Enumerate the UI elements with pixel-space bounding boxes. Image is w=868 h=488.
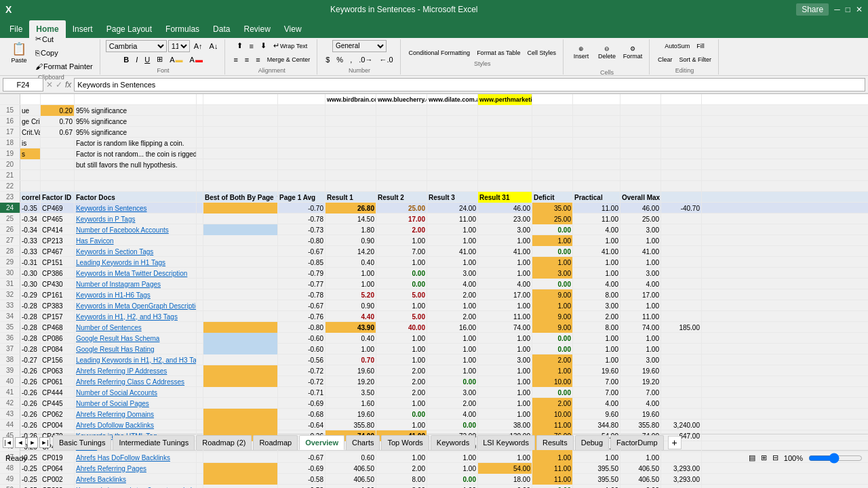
font-name-selector[interactable]: Cambria bbox=[106, 40, 167, 52]
zoom-slider[interactable] bbox=[808, 453, 863, 464]
currency-button[interactable]: $ bbox=[323, 54, 332, 66]
merge-center-button[interactable]: Merge & Center bbox=[264, 54, 313, 66]
row-38: 38-0.27CP156Leading Keywords in H1, H2, … bbox=[0, 354, 868, 365]
view-layout-icon[interactable]: ⊞ bbox=[761, 453, 767, 462]
sheet-tab-roadmap[interactable]: Roadmap bbox=[253, 435, 298, 450]
borders-button[interactable]: ⊞ bbox=[154, 54, 165, 66]
factor-link[interactable]: Ahrefs Backlinks bbox=[76, 476, 126, 483]
sheet-tab-debug[interactable]: Debug bbox=[575, 435, 609, 450]
factor-link[interactable]: Number of Social Accounts bbox=[76, 389, 157, 396]
next-sheet-button[interactable]: ► bbox=[27, 437, 38, 448]
paste-button[interactable]: 📋 Paste bbox=[7, 38, 31, 68]
cut-button[interactable]: ✂Cut bbox=[33, 33, 96, 45]
sheet-tab-roadmap-(2)[interactable]: Roadmap (2) bbox=[196, 435, 252, 450]
conditional-formatting-button[interactable]: Conditional Formatting bbox=[406, 47, 473, 59]
align-middle-button[interactable]: ≡ bbox=[247, 40, 256, 52]
tab-data[interactable]: Data bbox=[206, 20, 237, 38]
insert-button[interactable]: ⊕Insert bbox=[569, 38, 593, 68]
align-top-button[interactable]: ⬆ bbox=[234, 40, 245, 52]
name-box[interactable] bbox=[3, 78, 43, 92]
sheet-tab-overview[interactable]: Overview bbox=[299, 435, 344, 450]
first-sheet-button[interactable]: |◄ bbox=[3, 437, 14, 448]
sheet-tab-top-words[interactable]: Top Words bbox=[381, 435, 429, 450]
factor-link[interactable]: Number of Sentences bbox=[76, 324, 142, 331]
align-left-button[interactable]: ≡ bbox=[231, 54, 240, 66]
format-button[interactable]: ⚙Format bbox=[620, 38, 645, 68]
view-normal-icon[interactable]: ▤ bbox=[749, 453, 755, 462]
factor-link[interactable]: Ahrefs Referring Domains bbox=[76, 411, 154, 418]
comma-button[interactable]: , bbox=[347, 54, 355, 66]
align-center-button[interactable]: ≡ bbox=[242, 54, 252, 66]
autosum-button[interactable]: AutoSum bbox=[662, 40, 692, 52]
align-right-button[interactable]: ≡ bbox=[253, 54, 262, 66]
clear-button[interactable]: Clear bbox=[655, 54, 675, 66]
factor-link[interactable]: Keywords in Sentences bbox=[76, 205, 147, 212]
sheet-tab-keywords[interactable]: Keywords bbox=[431, 435, 475, 450]
insert-function-icon[interactable]: fx bbox=[65, 80, 71, 89]
enter-formula-icon[interactable]: ✓ bbox=[56, 80, 62, 89]
delete-button[interactable]: ⊖Delete bbox=[595, 38, 619, 68]
factor-link[interactable]: Keywords in P Tags bbox=[76, 216, 135, 223]
factor-link[interactable]: Number of Instagram Pages bbox=[76, 281, 161, 288]
factor-link[interactable]: Keywords in Meta OpenGraph Description bbox=[76, 302, 197, 310]
maximize-button[interactable]: □ bbox=[846, 5, 850, 14]
factor-link[interactable]: Google Result Has Schema bbox=[76, 335, 159, 342]
add-sheet-button[interactable]: + bbox=[668, 436, 682, 449]
fill-button[interactable]: Fill bbox=[694, 40, 707, 52]
formula-input[interactable] bbox=[74, 78, 865, 92]
font-size-selector[interactable]: 11 bbox=[168, 40, 190, 52]
factor-link[interactable]: Google Result Has Rating bbox=[76, 346, 155, 353]
share-button[interactable]: Share bbox=[796, 3, 829, 16]
sheet-tab-charts[interactable]: Charts bbox=[346, 435, 380, 450]
last-sheet-button[interactable]: ►| bbox=[39, 437, 50, 448]
factor-link[interactable]: Ahrefs Dofollow Backlinks bbox=[76, 422, 154, 429]
copy-button[interactable]: ⎘Copy bbox=[33, 47, 96, 59]
format-painter-button[interactable]: 🖌Format Painter bbox=[33, 60, 96, 73]
bold-button[interactable]: B bbox=[121, 54, 132, 66]
sort-filter-button[interactable]: Sort & Filter bbox=[677, 54, 715, 66]
decrease-font-button[interactable]: A↓ bbox=[207, 40, 221, 52]
cancel-formula-icon[interactable]: ✕ bbox=[46, 80, 53, 89]
sheet-tab-basic-tunings[interactable]: Basic Tunings bbox=[53, 435, 111, 450]
factor-link[interactable]: Keywords in H1-H6 Tags bbox=[76, 291, 151, 299]
font-color-button[interactable]: A▬ bbox=[187, 54, 205, 66]
percent-button[interactable]: % bbox=[334, 54, 346, 66]
factor-link[interactable]: Keywords in Meta Twitter Description bbox=[76, 270, 187, 277]
increase-font-button[interactable]: A↑ bbox=[191, 40, 205, 52]
factor-link[interactable]: Ahrefs Has DoFollow Backlinks bbox=[76, 454, 170, 462]
sheet-tab-factordump[interactable]: FactorDump bbox=[610, 435, 664, 450]
underline-button[interactable]: U bbox=[142, 54, 153, 66]
factor-link[interactable]: Ahrefs Referring IP Addresses bbox=[76, 367, 167, 375]
tab-formulas[interactable]: Formulas bbox=[159, 20, 206, 38]
prev-sheet-button[interactable]: ◄ bbox=[15, 437, 26, 448]
factor-link[interactable]: Leading Keywords in H1 Tags bbox=[76, 259, 165, 266]
tab-page-layout[interactable]: Page Layout bbox=[100, 20, 159, 38]
sheet-tab-results[interactable]: Results bbox=[536, 435, 574, 450]
factor-link[interactable]: Number of Social Pages bbox=[76, 400, 149, 407]
number-format-selector[interactable]: General bbox=[332, 40, 387, 52]
factor-link[interactable]: Ahrefs Referring Class C Addresses bbox=[76, 378, 184, 386]
minimize-button[interactable]: ─ bbox=[834, 5, 840, 14]
tab-view[interactable]: View bbox=[277, 20, 309, 38]
sheet-tab-lsi-keywords[interactable]: LSI Keywords bbox=[477, 435, 535, 450]
factor-link[interactable]: Number of Facebook Accounts bbox=[76, 226, 169, 234]
increase-decimal-button[interactable]: .0→ bbox=[356, 54, 375, 66]
row-42: 42-0.26CP445Number of Social Pages-0.691… bbox=[0, 398, 868, 409]
sheet-tab-intermediate-tunings[interactable]: Intermediate Tunings bbox=[113, 435, 195, 450]
row-27: 27-0.33CP213Has Favicon-0.800.901.001.00… bbox=[0, 235, 868, 246]
factor-link[interactable]: Has Favicon bbox=[76, 237, 114, 245]
view-pagebreak-icon[interactable]: ⊟ bbox=[772, 453, 778, 462]
factor-link[interactable]: Keywords in Section Tags bbox=[76, 248, 153, 256]
align-bottom-button[interactable]: ⬇ bbox=[258, 40, 269, 52]
fill-color-button[interactable]: A▬ bbox=[167, 54, 185, 66]
cell-styles-button[interactable]: Cell Styles bbox=[525, 47, 559, 59]
italic-button[interactable]: I bbox=[133, 54, 140, 66]
wrap-text-button[interactable]: ↵Wrap Text bbox=[271, 40, 310, 52]
factor-link[interactable]: Ahrefs Referring Pages bbox=[76, 465, 146, 472]
decrease-decimal-button[interactable]: ←.0 bbox=[376, 54, 395, 66]
tab-review[interactable]: Review bbox=[237, 20, 277, 38]
factor-link[interactable]: Leading Keywords in H1, H2, and H3 Tags bbox=[76, 357, 197, 364]
factor-link[interactable]: Keywords in H1, H2, and H3 Tags bbox=[76, 313, 178, 321]
format-as-table-button[interactable]: Format as Table bbox=[474, 47, 523, 59]
close-button[interactable]: ✕ bbox=[856, 5, 863, 14]
